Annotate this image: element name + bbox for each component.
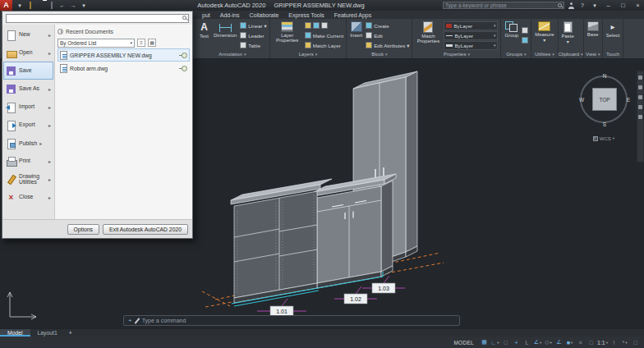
viewcube-north[interactable]: N <box>578 73 631 79</box>
menu-item-save-as[interactable]: Save As▸ <box>3 80 53 98</box>
qat-more-caret-icon[interactable]: ▾ <box>80 2 88 10</box>
linear-button[interactable]: Linear▾ <box>240 21 266 30</box>
infer-constraints-icon[interactable]: □ <box>501 338 510 347</box>
model-tab[interactable]: Model <box>0 329 30 337</box>
list-view-icon[interactable]: ≡ <box>137 39 145 47</box>
leader-button[interactable]: Leader <box>240 31 266 40</box>
options-button[interactable]: Options <box>67 224 99 235</box>
viewcube-west[interactable]: W <box>579 97 584 103</box>
linetype-dropdown[interactable]: ByLayer▾ <box>444 31 498 40</box>
redo-icon[interactable]: → <box>69 2 77 10</box>
apps-caret-icon[interactable]: ▾ <box>591 2 599 10</box>
annotation-panel-label[interactable]: Annotation▾ <box>196 50 269 58</box>
select-button[interactable]: ▸ Select <box>605 21 621 50</box>
menu-item-close[interactable]: Close▸ <box>3 188 53 206</box>
menu-item-save[interactable]: Save <box>3 62 53 80</box>
snap-mode-icon[interactable]: ∟▾ <box>490 338 499 347</box>
menu-item-export[interactable]: Export▸ <box>3 116 53 134</box>
full-navigation-wheel-icon[interactable] <box>638 76 642 80</box>
search-icon[interactable] <box>558 3 562 7</box>
viewcube-east[interactable]: E <box>627 97 630 103</box>
lineweight-display-icon[interactable]: ≡ <box>576 338 585 347</box>
object-snap-tracking-icon[interactable]: ∠ <box>554 338 564 347</box>
account-icon[interactable] <box>568 2 574 9</box>
open-icon[interactable] <box>30 2 31 9</box>
navigation-bar[interactable] <box>637 71 644 163</box>
paste-button[interactable]: Paste ▾ <box>561 21 575 50</box>
tab-output-partial[interactable]: put <box>197 11 215 19</box>
lineweight-dropdown[interactable]: ByLayer▾ <box>444 41 498 50</box>
autocad-logo-icon[interactable]: A <box>0 0 12 11</box>
model-space-badge[interactable]: MODEL <box>453 340 474 346</box>
help-search-input[interactable] <box>445 2 558 8</box>
app-menu-search-input[interactable] <box>6 14 189 23</box>
properties-panel-label[interactable]: Properties▾ <box>412 50 500 58</box>
layer-state-row[interactable] <box>305 21 343 30</box>
create-block-button[interactable]: Create <box>366 21 409 30</box>
minimize-button[interactable]: – <box>603 0 614 11</box>
pin-icon[interactable] <box>179 65 187 71</box>
tab-add-ins[interactable]: Add-ins <box>215 11 245 19</box>
undo-icon[interactable]: ← <box>58 2 67 10</box>
polar-tracking-icon[interactable]: ∠▾ <box>533 338 542 347</box>
text-button[interactable]: A Text <box>198 21 210 50</box>
group-edit-button[interactable] <box>522 36 528 45</box>
tab-collaborate[interactable]: Collaborate <box>244 11 283 19</box>
dynamic-input-icon[interactable]: + <box>512 338 521 347</box>
menu-item-drawing-utilities[interactable]: Drawing Utilities▸ <box>3 170 53 188</box>
pan-icon[interactable] <box>638 85 642 89</box>
recent-document-item[interactable]: Robot arm.dwg <box>58 62 190 75</box>
command-prompt-text[interactable]: Type a command <box>142 318 186 323</box>
help-search-box[interactable] <box>443 2 564 9</box>
touch-panel-label[interactable]: Touch <box>603 50 623 58</box>
exit-button[interactable]: Exit Autodesk AutoCAD 2020 <box>103 224 188 235</box>
layout1-tab[interactable]: Layout1 <box>30 329 65 337</box>
viewcube[interactable]: TOP N S W E <box>578 74 631 126</box>
menu-item-import[interactable]: Import▸ <box>3 98 53 116</box>
make-current-button[interactable]: Make Current <box>305 31 343 40</box>
menu-item-print[interactable]: Print▸ <box>3 152 53 170</box>
zoom-icon[interactable] <box>638 95 642 99</box>
layer-properties-button[interactable]: Layer Properties <box>273 21 302 50</box>
object-snap-icon[interactable]: ■▾ <box>565 338 574 347</box>
table-button[interactable]: Table <box>240 41 266 50</box>
ungroup-button[interactable] <box>522 26 528 35</box>
layer-lock-icon[interactable] <box>321 22 328 29</box>
measure-button[interactable]: Measure ▾ <box>534 21 554 50</box>
clean-screen-icon[interactable]: □ <box>631 338 640 347</box>
menu-item-open[interactable]: Open▸ <box>3 44 53 62</box>
workspace-switching-icon[interactable]: *▾ <box>620 338 629 347</box>
customize-command-icon[interactable]: + <box>128 316 132 325</box>
edit-block-button[interactable]: Edit <box>366 31 409 40</box>
wcs-dropdown[interactable]: WCS ▾ <box>580 135 628 142</box>
clipboard-panel-label[interactable]: Clipboard▾ <box>559 50 583 58</box>
insert-button[interactable]: Insert <box>349 21 363 50</box>
match-properties-button[interactable]: Match Properties <box>415 21 441 50</box>
maximize-button[interactable]: □ <box>618 0 628 11</box>
viewcube-top-face[interactable]: TOP <box>592 88 617 111</box>
utilities-panel-label[interactable]: Utilities▾ <box>531 50 557 58</box>
annotation-scale-control[interactable]: 1:1▾ <box>597 338 608 347</box>
recent-document-item[interactable]: GRIPPER ASSEMBLY NEW.dwg <box>58 48 190 62</box>
tab-express-tools[interactable]: Express Tools <box>283 11 329 19</box>
layers-panel-label[interactable]: Layers▾ <box>270 50 346 58</box>
close-button[interactable]: × <box>632 0 643 11</box>
base-button[interactable]: Base <box>586 21 600 50</box>
layer-on-icon[interactable] <box>305 22 311 29</box>
block-panel-label[interactable]: Block▾ <box>347 50 412 58</box>
edit-attributes-button[interactable]: Edit Attributes▾ <box>366 41 409 50</box>
selection-cycling-icon[interactable]: □ <box>586 338 596 347</box>
app-menu-caret-icon[interactable]: ▾ <box>16 2 24 10</box>
orbit-icon[interactable] <box>638 105 642 109</box>
view-panel-label[interactable]: View▾ <box>584 50 602 58</box>
dimension-button[interactable]: Dimension <box>213 21 237 50</box>
ortho-mode-icon[interactable]: L <box>522 338 531 347</box>
group-button[interactable]: Group <box>504 21 519 50</box>
tab-featured-apps[interactable]: Featured Apps <box>329 11 377 19</box>
new-layout-button[interactable]: + <box>65 329 76 337</box>
match-layer-button[interactable]: Match Layer <box>305 41 343 50</box>
grid-icon[interactable]: ▦ <box>480 338 489 347</box>
menu-item-new[interactable]: New▸ <box>3 25 53 44</box>
command-line[interactable]: + Type a command <box>123 315 460 326</box>
annotation-monitor-icon[interactable]: ! <box>610 338 619 347</box>
